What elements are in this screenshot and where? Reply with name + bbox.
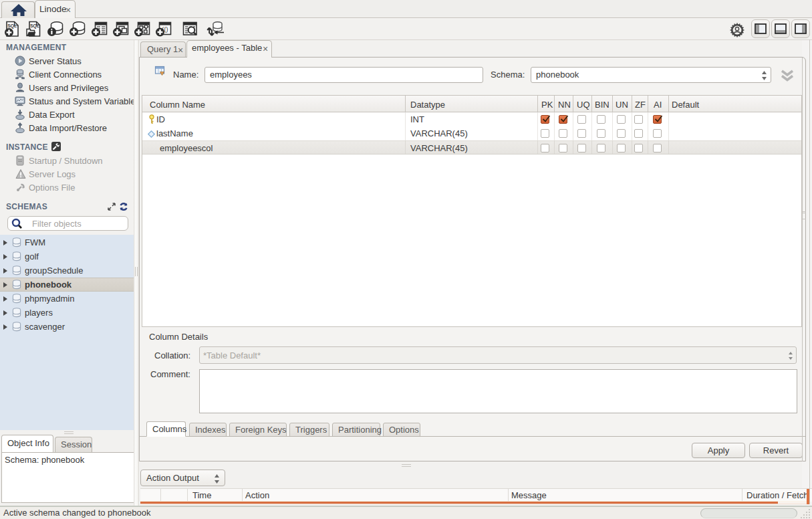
svg-text:SQL: SQL [30, 23, 39, 29]
svg-text:(): () [164, 26, 168, 33]
svg-text:SQL: SQL [7, 23, 17, 29]
